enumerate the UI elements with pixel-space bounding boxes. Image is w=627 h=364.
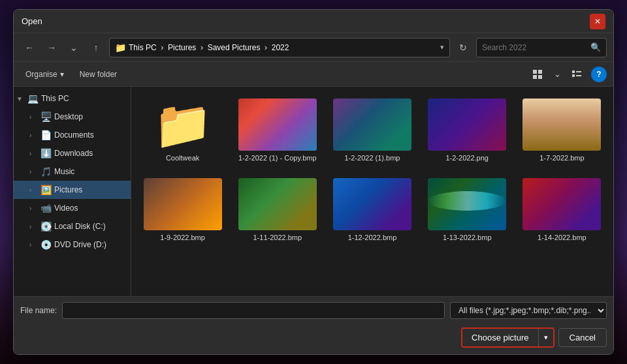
toolbar: Organise ▾ New folder ⌄ ? bbox=[14, 62, 613, 87]
sidebar-item-pictures[interactable]: › 🖼️ Pictures bbox=[14, 181, 131, 199]
address-path: This PC › Pictures › Saved Pictures › 20… bbox=[129, 43, 438, 52]
files-grid: 📁 Cooltweak 1-2-2022 (1) - Copy.bmp 1-2-… bbox=[138, 93, 607, 248]
music-icon: 🎵 bbox=[40, 166, 52, 177]
img6-thumb bbox=[238, 178, 317, 230]
open-dialog: Open ✕ ← → ⌄ ↑ 📁 This PC › Pictures › Sa… bbox=[13, 9, 614, 355]
folder-large-icon: 📁 bbox=[153, 101, 212, 148]
choose-picture-button[interactable]: Choose picture bbox=[462, 329, 538, 346]
svg-rect-1 bbox=[538, 70, 542, 74]
img3-thumb bbox=[428, 99, 506, 151]
sidebar: ▼ 💻 This PC › 🖥️ Desktop › 📄 Documents ›… bbox=[14, 87, 131, 296]
downloads-label: Downloads bbox=[54, 149, 93, 158]
choose-picture-dropdown-button[interactable]: ▾ bbox=[538, 329, 553, 346]
img2-thumb bbox=[333, 99, 411, 151]
up-button[interactable]: ↑ bbox=[87, 38, 105, 57]
file-name-input[interactable] bbox=[62, 302, 445, 319]
file-item-img1[interactable]: 1-2-2022 (1) - Copy.bmp bbox=[233, 93, 322, 168]
search-input[interactable] bbox=[482, 43, 590, 52]
img3-name: 1-2-2022.png bbox=[445, 153, 488, 162]
sidebar-item-desktop[interactable]: › 🖥️ Desktop bbox=[14, 108, 131, 126]
main-content: ▼ 💻 This PC › 🖥️ Desktop › 📄 Documents ›… bbox=[14, 87, 613, 296]
svg-rect-2 bbox=[533, 75, 537, 79]
downloads-chevron-icon: › bbox=[29, 150, 37, 157]
organise-chevron-icon: ▾ bbox=[60, 70, 64, 79]
dvd-chevron-icon: › bbox=[29, 241, 37, 249]
img1-thumb bbox=[238, 99, 317, 151]
address-row: ← → ⌄ ↑ 📁 This PC › Pictures › Saved Pic… bbox=[14, 33, 613, 62]
desktop-label: Desktop bbox=[54, 112, 83, 121]
file-item-img5[interactable]: 1-9-2022.bmp bbox=[138, 173, 227, 247]
downloads-icon: ⬇️ bbox=[40, 148, 52, 159]
organise-button[interactable]: Organise ▾ bbox=[20, 67, 69, 82]
address-chevron-icon: ▾ bbox=[440, 43, 444, 52]
img7-name: 1-12-2022.bmp bbox=[348, 233, 397, 242]
documents-label: Documents bbox=[54, 130, 94, 140]
view-large-icons-button[interactable] bbox=[528, 66, 547, 83]
local-disk-label: Local Disk (C:) bbox=[54, 222, 106, 231]
close-button[interactable]: ✕ bbox=[590, 14, 605, 29]
music-chevron-icon: › bbox=[29, 168, 37, 175]
documents-icon: 📄 bbox=[40, 130, 52, 140]
file-item-img8[interactable]: 1-13-2022.bmp bbox=[423, 173, 512, 247]
forward-button[interactable]: → bbox=[42, 38, 61, 57]
details-icon bbox=[571, 69, 582, 80]
refresh-button[interactable]: ↻ bbox=[454, 38, 472, 57]
videos-chevron-icon: › bbox=[29, 205, 37, 212]
desktop-chevron-icon: › bbox=[29, 114, 37, 121]
recent-button[interactable]: ⌄ bbox=[65, 38, 83, 57]
back-button[interactable]: ← bbox=[20, 38, 39, 57]
videos-icon: 📹 bbox=[40, 203, 52, 213]
img1-name: 1-2-2022 (1) - Copy.bmp bbox=[238, 153, 317, 162]
cancel-button[interactable]: Cancel bbox=[558, 328, 607, 347]
local-disk-chevron-icon: › bbox=[29, 223, 37, 230]
file-type-dropdown[interactable]: All files (*.jpg;*.jpeg;*.bmp;*.dib;*.pn… bbox=[450, 302, 607, 319]
this-pc-chevron-icon: ▼ bbox=[16, 95, 24, 102]
desktop-icon: 🖥️ bbox=[40, 112, 52, 122]
music-label: Music bbox=[54, 167, 74, 176]
file-item-img3[interactable]: 1-2-2022.png bbox=[423, 93, 512, 168]
sidebar-item-videos[interactable]: › 📹 Videos bbox=[14, 199, 131, 217]
img4-name: 1-7-2022.bmp bbox=[539, 153, 585, 162]
choose-button-group: Choose picture ▾ bbox=[461, 327, 554, 348]
local-disk-icon: 💽 bbox=[40, 221, 52, 232]
file-area: 📁 Cooltweak 1-2-2022 (1) - Copy.bmp 1-2-… bbox=[131, 87, 613, 296]
file-item-img2[interactable]: 1-2-2022 (1).bmp bbox=[327, 93, 417, 168]
sidebar-item-music[interactable]: › 🎵 Music bbox=[14, 162, 131, 181]
pictures-icon: 🖼️ bbox=[40, 185, 52, 195]
file-item-img9[interactable]: 1-14-2022.bmp bbox=[517, 173, 607, 247]
file-name-label: File name: bbox=[20, 306, 57, 315]
svg-rect-3 bbox=[538, 75, 542, 79]
sidebar-item-documents[interactable]: › 📄 Documents bbox=[14, 126, 131, 144]
view-chevron-button[interactable]: ⌄ bbox=[548, 66, 566, 83]
view-buttons: ⌄ bbox=[528, 66, 586, 83]
view-details-button[interactable] bbox=[568, 66, 586, 83]
folder-icon: 📁 bbox=[115, 42, 126, 53]
help-button[interactable]: ? bbox=[591, 67, 607, 82]
this-pc-icon: 💻 bbox=[27, 93, 39, 104]
file-item-img4[interactable]: 1-7-2022.bmp bbox=[517, 93, 607, 168]
dvd-icon: 💿 bbox=[40, 239, 52, 250]
title-bar: Open ✕ bbox=[14, 10, 613, 33]
img9-name: 1-14-2022.bmp bbox=[538, 233, 587, 242]
action-row: Choose picture ▾ Cancel bbox=[14, 324, 613, 354]
sidebar-item-this-pc[interactable]: ▼ 💻 This PC bbox=[14, 89, 131, 108]
documents-chevron-icon: › bbox=[29, 132, 37, 139]
new-folder-button[interactable]: New folder bbox=[74, 67, 122, 82]
sidebar-item-local-disk[interactable]: › 💽 Local Disk (C:) bbox=[14, 217, 131, 235]
svg-rect-0 bbox=[533, 70, 537, 74]
videos-label: Videos bbox=[54, 204, 78, 213]
svg-rect-6 bbox=[572, 74, 575, 77]
img4-thumb bbox=[522, 99, 601, 151]
this-pc-label: This PC bbox=[41, 94, 69, 103]
img8-thumb bbox=[428, 178, 506, 230]
svg-rect-5 bbox=[576, 71, 581, 72]
sidebar-item-dvd-drive[interactable]: › 💿 DVD Drive (D:) bbox=[14, 235, 131, 254]
file-item-img6[interactable]: 1-11-2022.bmp bbox=[233, 173, 322, 247]
img1-overlay bbox=[238, 99, 317, 151]
file-item-img7[interactable]: 1-12-2022.bmp bbox=[327, 173, 417, 247]
pictures-chevron-icon: › bbox=[29, 187, 37, 194]
sidebar-item-downloads[interactable]: › ⬇️ Downloads bbox=[14, 144, 131, 162]
address-bar[interactable]: 📁 This PC › Pictures › Saved Pictures › … bbox=[109, 38, 450, 57]
file-item-cooltweak[interactable]: 📁 Cooltweak bbox=[138, 93, 227, 168]
img9-thumb bbox=[522, 178, 601, 230]
